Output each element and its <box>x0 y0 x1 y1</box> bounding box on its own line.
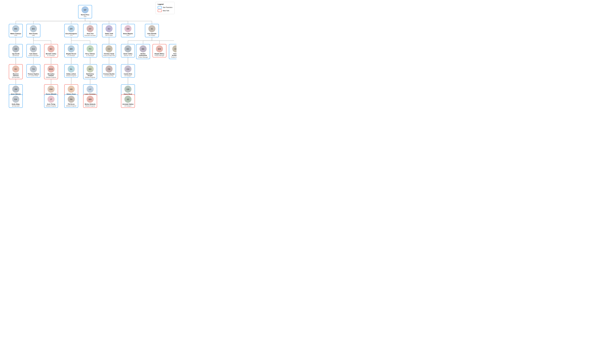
node-title-thomas: Sr. Content Writer <box>27 75 39 77</box>
node-card-kendra[interactable]: KSKendra ScrammageProduct Manager <box>169 44 177 59</box>
node-name-norma: Norma Perry <box>79 14 91 16</box>
node-name-anna: Anna Yost <box>84 33 96 35</box>
node-title-matteo: COO <box>10 35 22 36</box>
node-title-camila: UX Designer <box>122 75 134 77</box>
node-title-erica: CTO <box>65 35 77 36</box>
node-card-christian[interactable]: CVChristian VandyOutbound Sales Rep <box>102 44 116 57</box>
legend-box: Legend San Francisco New York <box>156 2 175 14</box>
avatar-brigida: BW <box>156 45 163 52</box>
node-card-irwin[interactable]: ISIrwin SpinelloVP Product <box>145 24 159 37</box>
node-card-norma[interactable]: NPNorma PerryCEO <box>78 5 92 18</box>
node-name-dathyl: Dathyl Judd <box>103 33 115 35</box>
avatar-shana: SM <box>124 25 132 32</box>
org-chart-container: Legend San Francisco New York NPNorma Pe… <box>0 0 177 113</box>
node-card-dante[interactable]: DCDante CollinsDirector of UX <box>121 44 135 57</box>
sf-label: San Francisco <box>163 7 172 8</box>
node-title-bent: CMO <box>27 35 39 36</box>
node-name-camila: Camila Hintz <box>122 73 134 75</box>
legend-sf: San Francisco <box>158 6 172 9</box>
node-card-freeman[interactable]: FBFreeman BeuhlerSr. Account Rep <box>102 64 116 78</box>
node-card-mickey[interactable]: MNMickey NeilandsSoftware Engineer <box>83 94 97 108</box>
node-name-bernelle: Bernelle Cubley <box>45 53 57 55</box>
avatar-bent: BG <box>30 25 37 32</box>
node-name-brigida: Brigida Withey <box>153 53 165 55</box>
node-card-brigida[interactable]: BWBrigida WitheyProduct Manager <box>152 44 166 57</box>
avatar-irwin: IS <box>148 25 155 32</box>
avatar-gianni: GB <box>124 86 132 93</box>
avatar-beyonce: BJ <box>12 65 19 73</box>
avatar-holmes: HD <box>68 86 75 93</box>
node-title-christian: Outbound Sales Rep <box>103 55 115 56</box>
avatar-bernadine: BG2 <box>48 65 55 73</box>
avatar-percy: PV <box>87 45 94 52</box>
node-name-jonis: Jonis Thring <box>45 103 57 105</box>
node-name-matteo: Matteo Gobeaux <box>10 33 22 35</box>
node-title-dante: Director of UX <box>122 55 134 56</box>
node-card-camila[interactable]: CHCamila HintzUX Designer <box>121 64 135 78</box>
sf-swatch <box>158 6 162 9</box>
node-card-matteo[interactable]: MGMatteo GobeauxCOO <box>9 24 23 37</box>
node-card-dathyl[interactable]: DJDathyl JuddSVP of Sales <box>102 24 116 37</box>
node-title-shana: CFO <box>122 35 134 36</box>
node-name-mickey: Mickey Neilands <box>84 103 96 105</box>
node-name-birgitta: Birgitta Rosoni <box>65 53 77 55</box>
avatar-thomas: TH <box>30 65 37 73</box>
avatar-anna: AY <box>87 25 94 32</box>
avatar-bartholemy: BD <box>87 65 94 73</box>
node-name-erica: Erica Romaguera <box>65 33 77 35</box>
node-title-ugo: QA Director <box>10 55 22 56</box>
node-title-birgitta: Sr. Developer <box>65 55 77 56</box>
avatar-debby: DL <box>68 65 75 73</box>
node-card-thomas[interactable]: THThomas HopkinsSr. Content Writer <box>27 64 40 78</box>
node-name-berkley: Berkley Esherwood <box>137 53 149 56</box>
node-title-jonis: Software Engineer <box>45 105 57 107</box>
avatar-dante: DC <box>124 45 132 52</box>
node-card-jonis[interactable]: JTJonis ThringSoftware Engineer <box>44 94 58 108</box>
avatar-jonis: JT <box>48 96 55 103</box>
node-name-ugo: Ugo Duckit <box>10 53 22 55</box>
node-card-erica[interactable]: ERErica RomagueraCTO <box>64 24 78 37</box>
node-card-bernadine[interactable]: BG2Bernadine GodsellSoftware Engineer <box>44 64 58 79</box>
node-name-kendra: Kendra Scrammage <box>170 53 177 56</box>
avatar-laney: LC <box>87 86 94 93</box>
avatar-freeman: FB <box>106 65 113 73</box>
avatar-norma: NP <box>82 6 89 13</box>
node-title-kyle: Content Specialist <box>27 55 39 56</box>
node-card-anna[interactable]: AYAnna YostExecutive Secretary <box>83 24 97 37</box>
node-name-emily: Emily Alday <box>10 103 22 105</box>
avatar-berkley: BE <box>139 45 147 52</box>
node-card-kyle[interactable]: KAKyle AdamsContent Specialist <box>27 44 40 57</box>
node-card-debby[interactable]: DLDebby LethemSoftware Engineer <box>64 64 78 78</box>
node-name-kyle: Kyle Adams <box>27 53 39 55</box>
node-card-ugo[interactable]: UDUgo DuckitQA Director <box>9 44 23 57</box>
node-title-irwin: VP Product <box>146 35 158 36</box>
node-card-shana[interactable]: SMShana MaguireCFO <box>121 24 135 37</box>
avatar-erica: ER <box>68 25 75 32</box>
node-card-bent[interactable]: BGBent GrashaCMO <box>27 24 40 37</box>
node-title-kendra: Product Manager <box>170 56 177 58</box>
node-card-jeremiah[interactable]: JOJeremiah OaktonUX Designer <box>121 94 135 108</box>
avatar-emily: EA <box>12 96 19 103</box>
node-card-bartholemy[interactable]: BDBartholemy DurganSoftware Engineer <box>83 64 97 79</box>
node-card-birgitta[interactable]: BRBirgitta RosoniSr. Developer <box>64 44 78 57</box>
node-card-bernelle[interactable]: BCBernelle CubleySr. Developer <box>44 44 58 57</box>
node-card-berkley[interactable]: BEBerkley EsherwoodProduct Manager <box>136 44 150 59</box>
avatar-matteo: MG <box>12 25 19 32</box>
node-card-phil[interactable]: PAPhil AcresSoftware Engineer <box>64 94 78 108</box>
legend-ny: New York <box>158 9 172 12</box>
avatar-dorena: DW <box>48 86 55 93</box>
node-title-bartholemy: Software Engineer <box>84 77 96 78</box>
node-name-dante: Dante Collins <box>122 53 134 55</box>
node-card-emily[interactable]: EAEmily AldayQA Specialist <box>9 94 23 108</box>
node-name-bartholemy: Bartholemy Durgan <box>84 73 96 77</box>
node-card-percy[interactable]: PVPercy VeltmanSr. Developer <box>83 44 97 57</box>
avatar-mickey: MN <box>87 96 94 103</box>
node-name-irwin: Irwin Spinello <box>146 33 158 35</box>
node-name-thomas: Thomas Hopkins <box>27 73 39 75</box>
node-title-percy: Sr. Developer <box>84 55 96 56</box>
node-title-freeman: Sr. Account Rep <box>103 75 115 77</box>
org-tree: NPNorma PerryCEOMGMatteo GobeauxCOOBGBen… <box>2 2 174 111</box>
node-title-berkley: Product Manager <box>137 56 149 58</box>
node-card-beyonce[interactable]: BJBeyonce JohnsonQA Specialist <box>9 64 23 79</box>
node-name-beyonce: Beyonce Johnson <box>10 73 22 77</box>
